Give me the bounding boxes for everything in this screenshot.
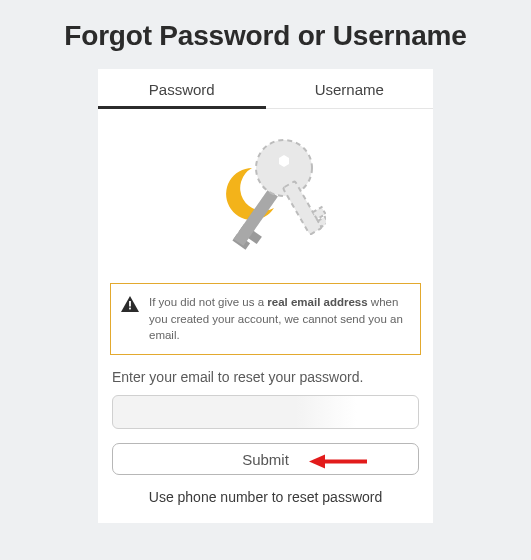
tab-username[interactable]: Username (266, 69, 434, 108)
tab-password[interactable]: Password (98, 69, 266, 108)
email-input[interactable] (112, 395, 419, 429)
use-phone-link[interactable]: Use phone number to reset password (98, 483, 433, 505)
warning-icon (121, 296, 139, 312)
instruction-text: Enter your email to reset your password. (98, 369, 433, 395)
warning-prefix: If you did not give us a (149, 296, 267, 308)
key-illustration (98, 109, 433, 283)
email-warning-alert: If you did not give us a real email addr… (110, 283, 421, 355)
warning-text: If you did not give us a real email addr… (149, 294, 408, 344)
page-title: Forgot Password or Username (0, 0, 531, 69)
svg-rect-10 (129, 308, 131, 310)
recovery-card: Password Username (98, 69, 433, 523)
submit-button[interactable]: Submit (112, 443, 419, 475)
recovery-tabs: Password Username (98, 69, 433, 109)
warning-bold: real email address (267, 296, 367, 308)
svg-rect-7 (312, 207, 325, 219)
svg-rect-9 (129, 301, 131, 307)
key-icon (206, 133, 326, 263)
